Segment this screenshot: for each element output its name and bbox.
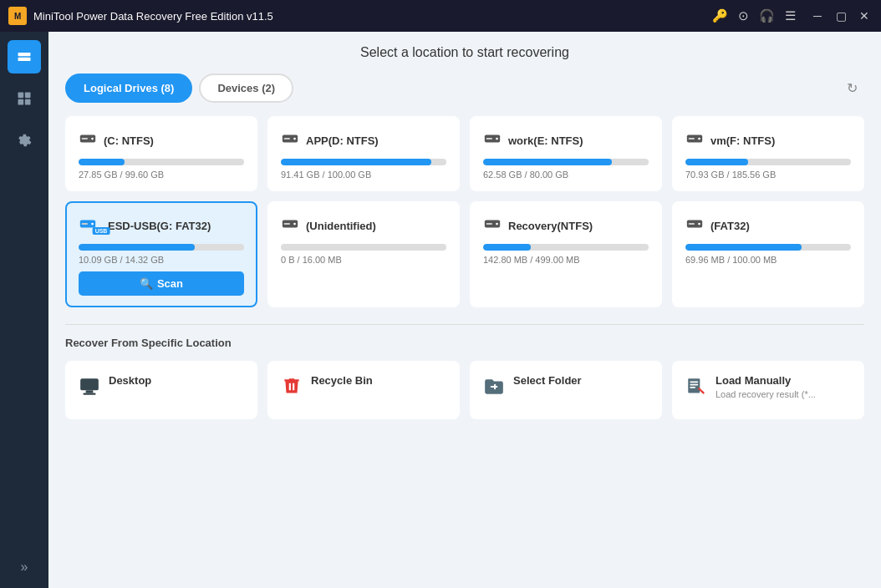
drive-card-4[interactable]: USB ESD-USB(G: FAT32) 10.09 GB / 14.32 G…	[65, 201, 257, 307]
recover-section-title: Recover From Specific Location	[65, 337, 864, 349]
svg-rect-18	[486, 138, 492, 139]
tab-devices[interactable]: Devices (2)	[199, 74, 293, 103]
svg-rect-33	[689, 223, 695, 225]
svg-rect-12	[82, 138, 88, 139]
close-button[interactable]: ✕	[856, 8, 873, 24]
headphone-icon[interactable]: 🎧	[759, 8, 775, 23]
drive-name: (Unidentified)	[306, 220, 376, 232]
sidebar-item-settings[interactable]	[8, 124, 41, 157]
desktop-icon	[79, 376, 100, 403]
svg-point-23	[91, 223, 94, 226]
sidebar-expand-button[interactable]: »	[8, 555, 41, 580]
svg-point-32	[698, 223, 700, 226]
drive-header: vm(F: NTFS)	[685, 129, 851, 152]
drive-name: Recovery(NTFS)	[508, 220, 593, 232]
sidebar-item-grid[interactable]	[8, 82, 41, 115]
drive-header: (C: NTFS)	[79, 129, 244, 152]
svg-rect-15	[284, 138, 290, 139]
recover-card-label-recycle: Recycle Bin	[311, 374, 373, 387]
svg-point-17	[496, 138, 498, 140]
drive-header: (FAT32)	[685, 215, 851, 237]
svg-point-14	[293, 138, 296, 140]
refresh-button[interactable]: ↻	[839, 76, 864, 101]
drive-icon	[79, 129, 97, 152]
svg-point-43	[702, 391, 704, 393]
drive-icon	[281, 215, 299, 237]
drive-progress-fill	[685, 159, 748, 165]
menu-icon[interactable]: ☰	[785, 8, 796, 23]
tab-logical-drives[interactable]: Logical Drives (8)	[65, 74, 192, 103]
drive-size: 142.80 MB / 499.00 MB	[483, 255, 649, 265]
drive-card-6[interactable]: Recovery(NTFS) 142.80 MB / 499.00 MB	[470, 201, 662, 307]
usb-badge: USB	[93, 227, 110, 235]
drive-name: (FAT32)	[710, 220, 750, 232]
svg-rect-41	[690, 384, 698, 386]
svg-rect-42	[690, 387, 695, 388]
recover-card-label-folder: Select Folder	[513, 374, 582, 387]
drive-header: work(E: NTFS)	[483, 129, 649, 152]
drive-card-3[interactable]: vm(F: NTFS) 70.93 GB / 185.56 GB	[672, 116, 864, 191]
drive-header: Recovery(NTFS)	[483, 215, 649, 237]
drive-header: APP(D: NTFS)	[281, 129, 446, 152]
load-icon	[685, 376, 707, 403]
svg-point-26	[293, 223, 296, 226]
drive-progress-bg	[483, 244, 649, 251]
drive-progress-bg	[685, 244, 851, 251]
key-icon[interactable]: 🔑	[712, 8, 728, 23]
account-icon[interactable]: ⊙	[738, 8, 749, 23]
drive-progress-fill	[79, 244, 195, 251]
recover-card-folder[interactable]: Select Folder	[470, 361, 662, 419]
scan-icon: 🔍	[140, 277, 153, 290]
recover-card-desktop[interactable]: Desktop	[65, 361, 257, 419]
svg-rect-9	[25, 99, 31, 105]
recover-card-label-desktop: Desktop	[109, 374, 151, 387]
drive-name: (C: NTFS)	[104, 134, 154, 147]
drive-progress-bg	[281, 159, 446, 165]
svg-text:M: M	[14, 12, 21, 21]
drive-card-1[interactable]: APP(D: NTFS) 91.41 GB / 100.00 GB	[267, 116, 460, 191]
tabs: Logical Drives (8) Devices (2) ↻	[65, 74, 864, 103]
recover-card-load[interactable]: Load Manually Load recovery result (*...	[672, 361, 864, 419]
section-divider	[65, 324, 864, 325]
drive-size: 69.96 MB / 100.00 MB	[685, 255, 851, 265]
drive-progress-bg	[79, 244, 244, 251]
app-body: » Select a location to start recovering …	[0, 32, 881, 588]
drive-size: 27.85 GB / 99.60 GB	[79, 170, 244, 180]
drive-progress-bg	[685, 159, 851, 165]
recover-section: Recover From Specific Location Desktop R…	[65, 337, 864, 419]
svg-rect-8	[18, 99, 24, 105]
drive-progress-fill	[483, 244, 531, 251]
drive-card-7[interactable]: (FAT32) 69.96 MB / 100.00 MB	[672, 201, 864, 307]
page-title: Select a location to start recovering	[65, 45, 864, 60]
scan-button[interactable]: 🔍 Scan	[79, 271, 244, 296]
drive-size: 0 B / 16.00 MB	[281, 255, 446, 265]
drive-icon	[685, 129, 704, 152]
drive-progress-fill	[483, 159, 612, 165]
drive-header: (Unidentified)	[281, 215, 446, 237]
maximize-button[interactable]: ▢	[833, 8, 849, 24]
drive-name: vm(F: NTFS)	[710, 134, 775, 147]
drive-progress-fill	[281, 159, 431, 165]
drive-size: 91.41 GB / 100.00 GB	[281, 170, 446, 180]
svg-rect-39	[688, 378, 700, 393]
window-controls: ─ ▢ ✕	[809, 8, 873, 24]
svg-rect-24	[82, 223, 88, 225]
sidebar-item-drive[interactable]	[8, 40, 41, 74]
drive-name: APP(D: NTFS)	[306, 134, 379, 147]
drive-card-0[interactable]: (C: NTFS) 27.85 GB / 99.60 GB	[65, 116, 257, 191]
svg-point-11	[91, 138, 94, 140]
drive-card-5[interactable]: (Unidentified) 0 B / 16.00 MB	[267, 201, 460, 307]
svg-rect-40	[690, 382, 698, 383]
svg-point-29	[496, 223, 498, 226]
svg-rect-34	[80, 378, 99, 390]
drive-icon: USB	[79, 215, 101, 237]
recover-card-label-load: Load Manually	[715, 374, 816, 387]
minimize-button[interactable]: ─	[809, 8, 826, 24]
recover-grid: Desktop Recycle Bin Select Folder Load M…	[65, 361, 864, 419]
drive-card-2[interactable]: work(E: NTFS) 62.58 GB / 80.00 GB	[470, 116, 662, 191]
recover-card-recycle[interactable]: Recycle Bin	[267, 361, 460, 419]
drive-progress-fill	[79, 159, 125, 165]
sidebar: »	[0, 32, 48, 588]
recycle-icon	[281, 376, 303, 403]
svg-rect-21	[689, 138, 695, 139]
